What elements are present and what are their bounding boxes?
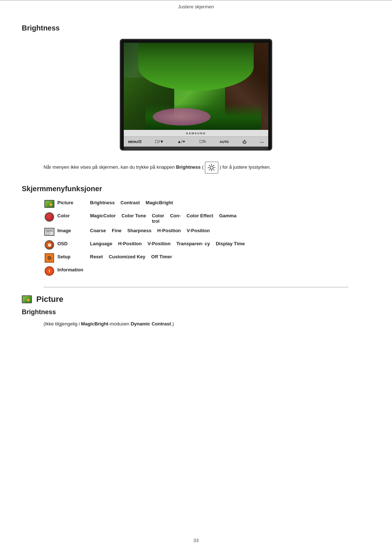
menu-row-image: Image Coarse Fine Sharpness H-Position V… [44, 227, 370, 237]
picture-label: Picture [57, 199, 90, 205]
foliage-top [138, 43, 254, 91]
picture-section-title: Picture [36, 295, 64, 304]
page-container: Justere skjermen Brightness SAMSUNG MENU… [0, 0, 392, 554]
brightness-note: (Ikke tilgjengelig i MagicBright-modusen… [44, 320, 370, 328]
info-icon: i [44, 266, 55, 276]
page-header: Justere skjermen [0, 0, 392, 13]
menu-row-picture: Picture Brightness Contrast MagicBright [44, 199, 370, 209]
section-divider [44, 287, 348, 287]
svg-line-8 [209, 169, 209, 170]
picture-item-contrast: Contrast [121, 200, 140, 205]
image-item-coarse: Coarse [90, 228, 106, 233]
skjerm-title: Skjermmenyfunksjoner [22, 185, 370, 193]
color-item-con: Con- [170, 213, 181, 224]
color-item-control: Colortrol [152, 213, 164, 224]
note-bold-brightness: Brightness [176, 164, 201, 170]
brightness-button[interactable]: ▲/✦ [177, 139, 186, 144]
setup-item-reset: Reset [90, 254, 103, 259]
image-item-sharpness: Sharpness [127, 228, 151, 233]
setup-item-offtimer: Off Timer [151, 254, 172, 259]
osd-item-displaytime: Display Time [216, 241, 245, 246]
input-button[interactable]: ☐↻ [199, 139, 206, 144]
note-prefix: Når menyen ikke vises på skjermen, kan d… [44, 164, 204, 170]
menu-button-label[interactable]: MENU/☰ [128, 140, 142, 144]
color-item-effect: Color Effect [187, 213, 213, 224]
svg-line-5 [209, 165, 209, 166]
brightness-icon-inline [205, 161, 219, 174]
color-item-magiccolor: MagicColor [90, 213, 116, 224]
picture-icon [44, 199, 55, 209]
menu-table: Picture Brightness Contrast MagicBright … [44, 199, 370, 276]
image-items: Coarse Fine Sharpness H-Position V-Posit… [90, 227, 370, 233]
dynamic-contrast-bold: Dynamic Contrast [131, 321, 171, 327]
monitor-screen [124, 43, 268, 130]
svg-point-0 [210, 166, 213, 169]
monitor-wrapper: SAMSUNG MENU/☰ ☐/▼ ▲/✦ ☐↻ AUTO ⏻ — [120, 39, 272, 151]
svg-line-7 [213, 165, 214, 166]
note-suffix: ) for å justere lysstyrken. [220, 164, 271, 170]
menu-row-osd: ⊕ OSD Language H-Position V-Position Tra… [44, 240, 370, 250]
picture-items: Brightness Contrast MagicBright [90, 199, 370, 205]
menu-row-color: Color MagicColor Color Tone Colortrol Co… [44, 212, 370, 224]
osd-item-hposition: H-Position [118, 241, 142, 246]
information-label: Information [57, 266, 90, 272]
brightness-note-area: Når menyen ikke vises på skjermen, kan d… [44, 161, 370, 174]
color-item-gamma: Gamma [219, 213, 237, 224]
brightness-subsection-title: Brightness [22, 308, 370, 316]
monitor-bottom [124, 147, 268, 149]
image-label: Image [57, 227, 90, 233]
monitor-controls: MENU/☰ ☐/▼ ▲/✦ ☐↻ AUTO ⏻ — [124, 136, 268, 147]
menu-row-information: i Information [44, 266, 370, 276]
monitor-brand: SAMSUNG [124, 130, 268, 136]
brightness-svg-icon [207, 163, 216, 172]
setup-icon: ⚙ [44, 253, 55, 263]
setup-item-customized: Customized Key [109, 254, 145, 259]
osd-item-language: Language [90, 241, 112, 246]
color-icon [44, 212, 55, 222]
magicbright-bold: MagicBright [81, 321, 108, 327]
auto-button[interactable]: AUTO [220, 140, 229, 144]
image-item-vposition: V-Position [187, 228, 210, 233]
page-number: 33 [0, 538, 392, 543]
information-items [90, 266, 370, 267]
color-items: MagicColor Color Tone Colortrol Con- Col… [90, 212, 370, 224]
osd-item-transparency: Transparen- cy [176, 241, 210, 246]
osd-item-vposition: V-Position [147, 241, 171, 246]
power-button[interactable]: ⏻ [242, 140, 246, 144]
picture-item-brightness: Brightness [90, 200, 115, 205]
color-item-tone: Color Tone [122, 213, 146, 224]
osd-items: Language H-Position V-Position Transpare… [90, 240, 370, 246]
brightness-note-middle: -modusen [108, 321, 130, 327]
image-icon [44, 227, 55, 237]
minus-button[interactable]: — [260, 140, 264, 144]
picture-section-header: Picture [22, 295, 370, 304]
svg-line-6 [213, 169, 214, 170]
image-item-fine: Fine [112, 228, 122, 233]
menu-row-setup: ⚙ Setup Reset Customized Key Off Timer [44, 253, 370, 263]
picture-item-magicbright: MagicBright [146, 200, 173, 205]
picture-section-icon [22, 295, 32, 303]
pink-flowers [153, 108, 211, 126]
image-item-hposition: H-Position [157, 228, 181, 233]
monitor-image-container: SAMSUNG MENU/☰ ☐/▼ ▲/✦ ☐↻ AUTO ⏻ — [22, 39, 370, 151]
osd-label: OSD [57, 240, 90, 246]
setup-label: Setup [57, 253, 90, 259]
brightness-note-prefix: (Ikke tilgjengelig i [44, 321, 81, 327]
nav-button[interactable]: ☐/▼ [155, 139, 164, 144]
content-area: Brightness SAMSUNG MENU/☰ ☐/▼ ▲/✦ ☐↻ [22, 13, 370, 328]
brightness-note-text: Når menyen ikke vises på skjermen, kan d… [44, 161, 271, 174]
color-label: Color [57, 212, 90, 218]
osd-icon: ⊕ [44, 240, 55, 250]
brightness-note-suffix: .) [171, 321, 174, 327]
brightness-title: Brightness [22, 24, 370, 32]
setup-items: Reset Customized Key Off Timer [90, 253, 370, 259]
